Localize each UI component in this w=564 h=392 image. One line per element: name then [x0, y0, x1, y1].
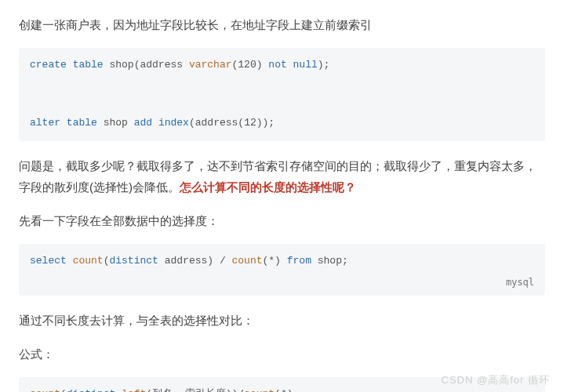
watermark: CSDN @高高for 循环 [442, 371, 550, 389]
paragraph-selectivity-intro: 先看一下字段在全部数据中的选择度： [19, 210, 545, 231]
sql-kw: distinct [67, 388, 115, 392]
sql-kw: table [73, 59, 104, 71]
sql-kw: not [268, 59, 286, 71]
code-block-select-count: select count(distinct address) / count(*… [19, 244, 545, 296]
paragraph-question: 问题是，截取多少呢？截取得多了，达不到节省索引存储空间的目的；截取得少了，重复内… [19, 155, 545, 198]
sql-text: shop; [311, 255, 348, 267]
sql-text: address) / [158, 255, 232, 267]
sql-func: count [244, 388, 275, 392]
sql-kw: table [67, 117, 97, 129]
sql-kw: alter [30, 117, 60, 129]
sql-text [115, 388, 122, 392]
sql-text: (*) [263, 255, 287, 267]
paragraph-compare: 通过不同长度去计算，与全表的选择性对比： [19, 310, 545, 331]
sql-kw: index [158, 117, 189, 129]
sql-kw: select [30, 255, 67, 267]
sql-text: ( [60, 388, 67, 392]
sql-func: count [232, 255, 263, 267]
sql-kw: from [287, 255, 311, 267]
language-tag: mysql [506, 274, 534, 292]
sql-func: count [73, 255, 104, 267]
paragraph-intro: 创建一张商户表，因为地址字段比较长，在地址字段上建立前缀索引 [19, 14, 545, 35]
sql-type: varchar [189, 59, 232, 71]
code-block-create-table: create table shop(address varchar(120) n… [19, 48, 545, 141]
emphasis-text: 怎么计算不同的长度的选择性呢？ [180, 180, 356, 194]
sql-kw: create [30, 59, 67, 71]
sql-kw: add [134, 117, 152, 129]
sql-text: (address(12)); [189, 117, 275, 129]
sql-text: (列名, 索引长度))/ [146, 388, 244, 392]
sql-text: shop(address [109, 59, 183, 71]
paragraph-formula-label: 公式： [19, 343, 545, 365]
sql-text: (120) [232, 59, 263, 71]
sql-kw: distinct [109, 255, 158, 267]
sql-text: ); [318, 59, 330, 71]
sql-func: count [30, 388, 60, 392]
sql-text: shop [104, 117, 128, 129]
sql-kw: null [293, 59, 318, 71]
sql-func: left [122, 388, 146, 392]
sql-text: (*) [275, 388, 293, 392]
